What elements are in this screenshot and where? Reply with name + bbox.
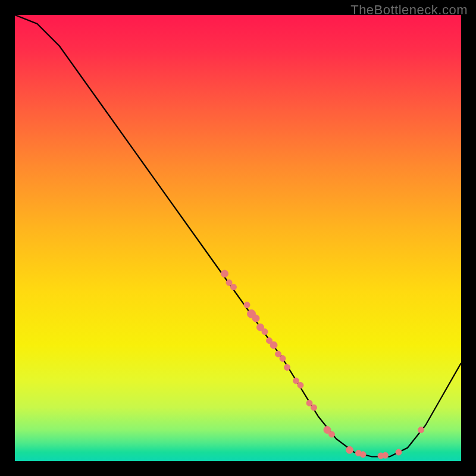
watermark-text: TheBottleneck.com — [350, 2, 468, 18]
chart-background-gradient — [15, 15, 461, 461]
